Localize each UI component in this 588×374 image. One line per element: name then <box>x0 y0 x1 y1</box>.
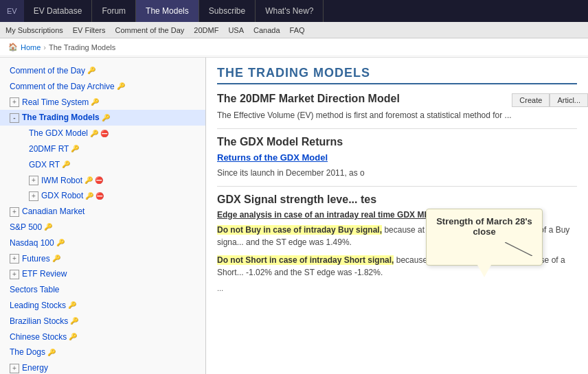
main-layout: Comment of the Day 🔑 Comment of the Day … <box>0 58 588 374</box>
callout-text: Strength of March 28's close <box>436 216 532 237</box>
section2-subtitle[interactable]: Returns of the GDX Model <box>217 152 577 163</box>
sidebar-item-energy[interactable]: + Energy <box>0 360 205 374</box>
nav-tab-models[interactable]: The Models <box>136 0 199 22</box>
sec-nav-faq[interactable]: FAQ <box>290 26 305 34</box>
key-icon-5: 🔑 <box>90 129 98 139</box>
svg-line-0 <box>505 242 532 256</box>
section2-text-span: Since its launch in December 2011, as o <box>217 168 365 178</box>
breadcrumb: 🏠 Home › The Trading Models <box>0 38 588 56</box>
sidebar-item-chinese-stocks[interactable]: Chinese Stocks 🔑 <box>0 329 205 345</box>
sidebar-item-trading-models[interactable]: - The Trading Models 🔑 <box>0 110 205 126</box>
section2-text: Since its launch in December 2011, as o <box>217 167 577 179</box>
section1-text: The Effective Volume (EV) method is firs… <box>217 109 577 121</box>
sec-nav-comment-of-day[interactable]: Comment of the Day <box>115 26 184 34</box>
sidebar-link-futures[interactable]: Futures <box>22 253 50 265</box>
sidebar-link-20dmf-rt[interactable]: 20DMF RT <box>29 143 69 155</box>
callout-tooltip: Strength of March 28's close <box>426 209 543 266</box>
sidebar-item-iwm-robot[interactable]: + IWM Robot 🔑 ⛔ <box>0 173 205 189</box>
expand-icon-ca[interactable]: + <box>10 207 19 217</box>
sidebar: Comment of the Day 🔑 Comment of the Day … <box>0 58 206 374</box>
sidebar-link-chinese-stocks[interactable]: Chinese Stocks <box>10 331 67 343</box>
key-icon-16: 🔑 <box>47 348 56 358</box>
expand-icon-gdxr[interactable]: + <box>29 191 38 201</box>
sidebar-item-comment-of-day[interactable]: Comment of the Day 🔑 <box>0 63 205 79</box>
logo-text: EV <box>7 7 17 15</box>
breadcrumb-current: The Trading Models <box>49 43 115 51</box>
key-icon-11: 🔑 <box>56 238 65 248</box>
sidebar-item-gdx-rt[interactable]: GDX RT 🔑 <box>0 157 205 173</box>
sec-nav-20dmf[interactable]: 20DMF <box>194 26 218 34</box>
key-icon-12: 🔑 <box>52 254 60 264</box>
sidebar-link-energy[interactable]: Energy <box>22 362 48 374</box>
sidebar-item-sectors-table[interactable]: Sectors Table <box>0 282 205 298</box>
sidebar-link-comment-archive[interactable]: Comment of the Day Archive <box>10 81 115 93</box>
line1-highlight: Do not Buy in case of intraday Buy signa… <box>217 225 382 235</box>
sidebar-link-leading-stocks[interactable]: Leading Stocks <box>10 300 66 312</box>
ellipsis-text: ... <box>217 284 577 292</box>
sidebar-link-etf-review[interactable]: ETF Review <box>22 268 67 280</box>
key-icon-13: 🔑 <box>68 301 76 310</box>
sidebar-link-sp500[interactable]: S&P 500 <box>10 222 42 233</box>
sidebar-link-nasdaq100[interactable]: Nasdaq 100 <box>10 237 54 249</box>
key-icon-14: 🔑 <box>70 316 78 326</box>
section2-title: The GDX Model Returns <box>217 136 577 148</box>
section3-title-suffix: tes <box>361 194 376 205</box>
key-icon-7: 🔑 <box>62 160 70 170</box>
sidebar-item-sp500[interactable]: S&P 500 🔑 <box>0 220 205 235</box>
sidebar-item-brazilian-stocks[interactable]: Brazilian Stocks 🔑 <box>0 314 205 329</box>
sidebar-link-comment-of-day[interactable]: Comment of the Day <box>10 65 85 77</box>
home-icon: 🏠 <box>8 43 18 51</box>
divider1 <box>217 128 577 129</box>
nav-tab-forum[interactable]: Forum <box>92 0 136 22</box>
sidebar-item-the-dogs[interactable]: The Dogs 🔑 <box>0 344 205 360</box>
sidebar-link-trading-models[interactable]: The Trading Models <box>22 112 100 124</box>
key-icon-6: 🔑 <box>71 144 79 154</box>
iwm-icon: ⛔ <box>95 176 103 185</box>
logo: EV <box>0 0 24 22</box>
callout-arrow-svg <box>505 242 532 256</box>
app-wrapper: EV EV Database Forum The Models Subscrib… <box>0 0 588 374</box>
sec-nav-canada[interactable]: Canada <box>253 26 280 34</box>
sidebar-item-gdx-model[interactable]: The GDX Model 🔑 ⛔ <box>0 126 205 141</box>
sidebar-item-futures[interactable]: + Futures 🔑 <box>0 251 205 267</box>
key-icon-10: 🔑 <box>44 222 52 232</box>
section3-title: GDX Signal strength leve... tes <box>217 194 577 206</box>
sidebar-item-canadian-market[interactable]: + Canadian Market <box>0 204 205 220</box>
sidebar-item-comment-archive[interactable]: Comment of the Day Archive 🔑 <box>0 79 205 95</box>
secondary-nav: My Subscriptions EV Filters Comment of t… <box>0 22 588 38</box>
sidebar-item-20dmf-rt[interactable]: 20DMF RT 🔑 <box>0 141 205 157</box>
callout-arrow-area <box>436 242 532 258</box>
nav-tabs: EV Database Forum The Models Subscribe W… <box>24 0 324 22</box>
sidebar-item-gdx-robot[interactable]: + GDX Robot 🔑 ⛔ <box>0 188 205 204</box>
key-icon-15: 🔑 <box>69 332 77 342</box>
sec-nav-ev-filters[interactable]: EV Filters <box>73 26 106 34</box>
sidebar-link-the-dogs[interactable]: The Dogs <box>10 347 45 358</box>
expand-icon-iwm[interactable]: + <box>29 176 38 185</box>
breadcrumb-home[interactable]: Home <box>21 43 41 51</box>
expand-icon-energy[interactable]: + <box>10 364 19 373</box>
line2-highlight: Do not Short in case of intraday Short s… <box>217 255 394 265</box>
nav-tab-ev-database[interactable]: EV Database <box>24 0 93 22</box>
collapse-icon-tm[interactable]: - <box>10 113 19 123</box>
sidebar-item-nasdaq100[interactable]: Nasdaq 100 🔑 <box>0 235 205 251</box>
sidebar-link-canadian-market[interactable]: Canadian Market <box>22 206 84 218</box>
sidebar-link-gdx-robot[interactable]: GDX Robot <box>41 190 83 202</box>
nav-tab-whats-new[interactable]: What's New? <box>256 0 324 22</box>
gdx-model-icon: ⛔ <box>100 129 109 139</box>
sidebar-item-real-time-system[interactable]: + Real Time System 🔑 <box>0 95 205 110</box>
sidebar-link-gdx-model[interactable]: The GDX Model <box>29 128 88 139</box>
sidebar-link-brazilian-stocks[interactable]: Brazilian Stocks <box>10 316 68 327</box>
sidebar-link-gdx-rt[interactable]: GDX RT <box>29 159 60 171</box>
sidebar-link-sectors-table[interactable]: Sectors Table <box>10 284 60 296</box>
sidebar-link-rts[interactable]: Real Time System <box>22 97 89 108</box>
expand-icon-rts[interactable]: + <box>10 97 19 107</box>
sec-nav-usa[interactable]: USA <box>228 26 244 34</box>
key-icon-3: 🔑 <box>91 97 99 107</box>
sec-nav-my-subscriptions[interactable]: My Subscriptions <box>5 26 63 34</box>
sidebar-item-etf-review[interactable]: + ETF Review <box>0 266 205 282</box>
nav-tab-subscribe[interactable]: Subscribe <box>199 0 256 22</box>
expand-icon-etf[interactable]: + <box>10 270 19 279</box>
expand-icon-futures[interactable]: + <box>10 254 19 264</box>
sidebar-item-leading-stocks[interactable]: Leading Stocks 🔑 <box>0 298 205 314</box>
sidebar-link-iwm-robot[interactable]: IWM Robot <box>41 175 82 187</box>
